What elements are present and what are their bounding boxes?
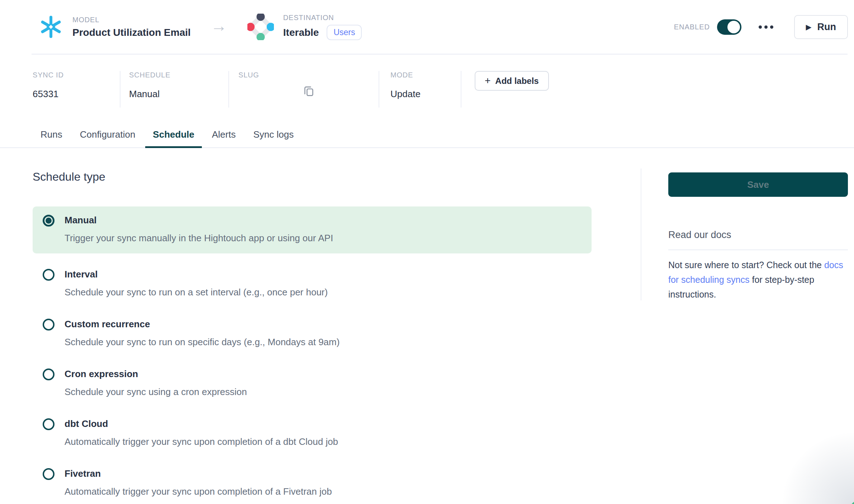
content-sidebar-divider — [641, 168, 641, 300]
enabled-label: ENABLED — [674, 23, 710, 31]
option-label: Interval — [65, 268, 328, 280]
copy-icon — [303, 93, 314, 98]
radio-cron-expression[interactable] — [43, 369, 54, 380]
radio-manual-checked[interactable] — [43, 215, 54, 227]
radio-dbt-cloud[interactable] — [43, 418, 54, 430]
option-description: Schedule your sync to run on specific da… — [65, 336, 340, 348]
meta-label: SCHEDULE — [129, 71, 228, 79]
meta-value: 65331 — [33, 89, 120, 100]
schedule-option-manual[interactable]: Manual Trigger your sync manually in the… — [33, 206, 592, 253]
meta-value: Manual — [129, 89, 228, 100]
play-icon: ▶ — [806, 24, 811, 30]
model-summary[interactable]: MODEL Product Utilization Email — [39, 15, 191, 39]
destination-name: Iterable — [283, 27, 319, 38]
model-type-label: MODEL — [72, 16, 191, 24]
option-description: Schedule your sync to run on a set inter… — [65, 286, 328, 298]
schedule-option-interval[interactable]: Interval Schedule your sync to run on a … — [33, 268, 592, 298]
top-bar: MODEL Product Utilization Email → DESTIN… — [0, 0, 854, 54]
radio-interval[interactable] — [43, 269, 54, 281]
docs-divider — [668, 249, 848, 250]
run-button[interactable]: ▶ Run — [794, 15, 848, 39]
radio-fivetran[interactable] — [43, 468, 54, 480]
sync-meta-row: SYNC ID 65331 SCHEDULE Manual SLUG — [0, 71, 854, 108]
docs-heading: Read our docs — [668, 229, 848, 241]
snowflake-icon — [39, 15, 63, 39]
tab-runs[interactable]: Runs — [41, 129, 62, 147]
meta-label: MODE — [390, 71, 461, 79]
option-description: Automatically trigger your sync upon com… — [65, 436, 338, 448]
chat-widget-button[interactable] — [848, 498, 854, 504]
copy-slug-button[interactable] — [303, 85, 314, 97]
arrow-right-icon: → — [211, 18, 227, 34]
tab-sync-logs[interactable]: Sync logs — [253, 129, 294, 147]
add-labels-button[interactable]: + Add labels — [475, 71, 549, 91]
iterable-icon — [247, 14, 274, 40]
tab-schedule[interactable]: Schedule — [153, 129, 194, 147]
meta-label: SLUG — [238, 71, 379, 79]
option-label: dbt Cloud — [65, 418, 338, 430]
option-label: Fivetran — [65, 468, 332, 480]
tab-configuration[interactable]: Configuration — [80, 129, 136, 147]
save-button[interactable]: Save — [668, 172, 848, 197]
meta-sync-id: SYNC ID 65331 — [33, 71, 120, 108]
option-label: Manual — [65, 214, 333, 226]
tab-alerts[interactable]: Alerts — [212, 129, 236, 147]
schedule-option-custom-recurrence[interactable]: Custom recurrence Schedule your sync to … — [33, 318, 592, 348]
overflow-menu-button[interactable] — [759, 25, 773, 29]
destination-text: DESTINATION Iterable Users — [283, 14, 362, 40]
option-description: Trigger your sync manually in the Highto… — [65, 232, 333, 244]
schedule-type-options: Manual Trigger your sync manually in the… — [33, 206, 592, 498]
schedule-option-dbt-cloud[interactable]: dbt Cloud Automatically trigger your syn… — [33, 418, 592, 448]
meta-value: Update — [390, 89, 461, 100]
top-bar-actions: ENABLED ▶ Run — [674, 15, 848, 39]
meta-schedule: SCHEDULE Manual — [120, 71, 229, 108]
header-divider — [32, 54, 848, 54]
option-description: Schedule your sync using a cron expressi… — [65, 386, 247, 398]
docs-paragraph: Not sure where to start? Check out the d… — [668, 258, 848, 302]
model-text: MODEL Product Utilization Email — [72, 16, 191, 38]
destination-summary[interactable]: DESTINATION Iterable Users — [247, 14, 362, 40]
option-description: Automatically trigger your sync upon com… — [65, 486, 332, 498]
right-sidebar: Save Read our docs Not sure where to sta… — [668, 172, 848, 302]
plus-icon: + — [485, 76, 490, 86]
schedule-option-fivetran[interactable]: Fivetran Automatically trigger your sync… — [33, 468, 592, 498]
schedule-option-cron-expression[interactable]: Cron expression Schedule your sync using… — [33, 368, 592, 398]
toggle-knob — [727, 21, 740, 33]
docs-text-before: Not sure where to start? Check out the — [668, 260, 824, 270]
tab-bar: Runs Configuration Schedule Alerts Sync … — [0, 129, 854, 148]
enabled-toggle[interactable] — [717, 19, 741, 35]
model-name: Product Utilization Email — [72, 27, 191, 38]
meta-mode: MODE Update — [379, 71, 461, 108]
destination-type-label: DESTINATION — [283, 14, 362, 22]
option-label: Cron expression — [65, 368, 247, 380]
option-label: Custom recurrence — [65, 318, 340, 330]
add-labels-label: Add labels — [495, 76, 539, 86]
meta-slug: SLUG — [229, 71, 379, 108]
radio-custom-recurrence[interactable] — [43, 319, 54, 331]
sync-detail-page: MODEL Product Utilization Email → DESTIN… — [0, 0, 854, 504]
users-badge[interactable]: Users — [327, 25, 362, 40]
meta-label: SYNC ID — [33, 71, 120, 79]
run-button-label: Run — [817, 22, 836, 33]
